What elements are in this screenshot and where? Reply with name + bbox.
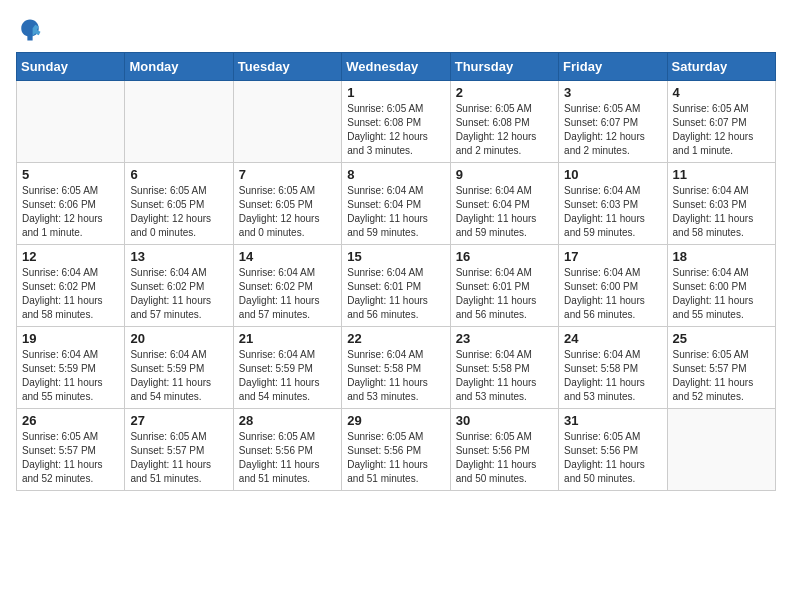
day-number: 8 bbox=[347, 167, 444, 182]
calendar-cell: 14Sunrise: 6:04 AM Sunset: 6:02 PM Dayli… bbox=[233, 245, 341, 327]
day-number: 18 bbox=[673, 249, 770, 264]
day-number: 25 bbox=[673, 331, 770, 346]
calendar-cell: 25Sunrise: 6:05 AM Sunset: 5:57 PM Dayli… bbox=[667, 327, 775, 409]
day-number: 4 bbox=[673, 85, 770, 100]
day-number: 22 bbox=[347, 331, 444, 346]
day-info: Sunrise: 6:05 AM Sunset: 5:57 PM Dayligh… bbox=[22, 430, 119, 486]
calendar-cell: 12Sunrise: 6:04 AM Sunset: 6:02 PM Dayli… bbox=[17, 245, 125, 327]
day-number: 7 bbox=[239, 167, 336, 182]
day-info: Sunrise: 6:04 AM Sunset: 6:03 PM Dayligh… bbox=[673, 184, 770, 240]
day-info: Sunrise: 6:05 AM Sunset: 6:06 PM Dayligh… bbox=[22, 184, 119, 240]
calendar-cell: 6Sunrise: 6:05 AM Sunset: 6:05 PM Daylig… bbox=[125, 163, 233, 245]
day-info: Sunrise: 6:04 AM Sunset: 6:04 PM Dayligh… bbox=[347, 184, 444, 240]
day-number: 12 bbox=[22, 249, 119, 264]
calendar-cell: 3Sunrise: 6:05 AM Sunset: 6:07 PM Daylig… bbox=[559, 81, 667, 163]
day-info: Sunrise: 6:05 AM Sunset: 6:07 PM Dayligh… bbox=[564, 102, 661, 158]
calendar-cell: 19Sunrise: 6:04 AM Sunset: 5:59 PM Dayli… bbox=[17, 327, 125, 409]
calendar-cell: 21Sunrise: 6:04 AM Sunset: 5:59 PM Dayli… bbox=[233, 327, 341, 409]
calendar-cell: 10Sunrise: 6:04 AM Sunset: 6:03 PM Dayli… bbox=[559, 163, 667, 245]
calendar-cell bbox=[125, 81, 233, 163]
calendar-cell: 8Sunrise: 6:04 AM Sunset: 6:04 PM Daylig… bbox=[342, 163, 450, 245]
day-info: Sunrise: 6:05 AM Sunset: 5:56 PM Dayligh… bbox=[239, 430, 336, 486]
calendar-cell: 30Sunrise: 6:05 AM Sunset: 5:56 PM Dayli… bbox=[450, 409, 558, 491]
calendar-cell: 4Sunrise: 6:05 AM Sunset: 6:07 PM Daylig… bbox=[667, 81, 775, 163]
day-info: Sunrise: 6:04 AM Sunset: 6:02 PM Dayligh… bbox=[239, 266, 336, 322]
day-info: Sunrise: 6:04 AM Sunset: 6:02 PM Dayligh… bbox=[22, 266, 119, 322]
day-number: 31 bbox=[564, 413, 661, 428]
calendar-cell: 23Sunrise: 6:04 AM Sunset: 5:58 PM Dayli… bbox=[450, 327, 558, 409]
day-info: Sunrise: 6:04 AM Sunset: 5:59 PM Dayligh… bbox=[22, 348, 119, 404]
calendar-cell: 11Sunrise: 6:04 AM Sunset: 6:03 PM Dayli… bbox=[667, 163, 775, 245]
day-info: Sunrise: 6:05 AM Sunset: 6:08 PM Dayligh… bbox=[347, 102, 444, 158]
calendar-header-tuesday: Tuesday bbox=[233, 53, 341, 81]
calendar-cell: 29Sunrise: 6:05 AM Sunset: 5:56 PM Dayli… bbox=[342, 409, 450, 491]
day-info: Sunrise: 6:04 AM Sunset: 6:01 PM Dayligh… bbox=[347, 266, 444, 322]
calendar-cell: 31Sunrise: 6:05 AM Sunset: 5:56 PM Dayli… bbox=[559, 409, 667, 491]
day-info: Sunrise: 6:05 AM Sunset: 6:05 PM Dayligh… bbox=[239, 184, 336, 240]
day-info: Sunrise: 6:05 AM Sunset: 5:56 PM Dayligh… bbox=[347, 430, 444, 486]
day-number: 19 bbox=[22, 331, 119, 346]
calendar-week-5: 26Sunrise: 6:05 AM Sunset: 5:57 PM Dayli… bbox=[17, 409, 776, 491]
calendar-cell: 18Sunrise: 6:04 AM Sunset: 6:00 PM Dayli… bbox=[667, 245, 775, 327]
calendar-cell: 20Sunrise: 6:04 AM Sunset: 5:59 PM Dayli… bbox=[125, 327, 233, 409]
calendar-header-sunday: Sunday bbox=[17, 53, 125, 81]
day-info: Sunrise: 6:05 AM Sunset: 6:07 PM Dayligh… bbox=[673, 102, 770, 158]
calendar-cell: 22Sunrise: 6:04 AM Sunset: 5:58 PM Dayli… bbox=[342, 327, 450, 409]
calendar-header-saturday: Saturday bbox=[667, 53, 775, 81]
day-number: 20 bbox=[130, 331, 227, 346]
calendar-cell: 27Sunrise: 6:05 AM Sunset: 5:57 PM Dayli… bbox=[125, 409, 233, 491]
day-info: Sunrise: 6:04 AM Sunset: 5:58 PM Dayligh… bbox=[456, 348, 553, 404]
day-info: Sunrise: 6:04 AM Sunset: 6:03 PM Dayligh… bbox=[564, 184, 661, 240]
calendar-cell: 16Sunrise: 6:04 AM Sunset: 6:01 PM Dayli… bbox=[450, 245, 558, 327]
calendar-week-3: 12Sunrise: 6:04 AM Sunset: 6:02 PM Dayli… bbox=[17, 245, 776, 327]
day-info: Sunrise: 6:05 AM Sunset: 5:56 PM Dayligh… bbox=[564, 430, 661, 486]
day-number: 26 bbox=[22, 413, 119, 428]
calendar-cell bbox=[233, 81, 341, 163]
calendar-week-2: 5Sunrise: 6:05 AM Sunset: 6:06 PM Daylig… bbox=[17, 163, 776, 245]
calendar-cell bbox=[667, 409, 775, 491]
day-number: 16 bbox=[456, 249, 553, 264]
logo bbox=[16, 16, 48, 44]
day-info: Sunrise: 6:05 AM Sunset: 6:05 PM Dayligh… bbox=[130, 184, 227, 240]
day-number: 3 bbox=[564, 85, 661, 100]
calendar-cell: 13Sunrise: 6:04 AM Sunset: 6:02 PM Dayli… bbox=[125, 245, 233, 327]
calendar-header-thursday: Thursday bbox=[450, 53, 558, 81]
calendar-header-wednesday: Wednesday bbox=[342, 53, 450, 81]
day-number: 2 bbox=[456, 85, 553, 100]
calendar-cell: 26Sunrise: 6:05 AM Sunset: 5:57 PM Dayli… bbox=[17, 409, 125, 491]
calendar-week-1: 1Sunrise: 6:05 AM Sunset: 6:08 PM Daylig… bbox=[17, 81, 776, 163]
day-info: Sunrise: 6:04 AM Sunset: 6:04 PM Dayligh… bbox=[456, 184, 553, 240]
day-info: Sunrise: 6:04 AM Sunset: 5:59 PM Dayligh… bbox=[130, 348, 227, 404]
day-info: Sunrise: 6:04 AM Sunset: 5:58 PM Dayligh… bbox=[347, 348, 444, 404]
day-number: 1 bbox=[347, 85, 444, 100]
day-number: 24 bbox=[564, 331, 661, 346]
day-info: Sunrise: 6:04 AM Sunset: 6:00 PM Dayligh… bbox=[673, 266, 770, 322]
day-info: Sunrise: 6:04 AM Sunset: 6:02 PM Dayligh… bbox=[130, 266, 227, 322]
day-info: Sunrise: 6:04 AM Sunset: 5:59 PM Dayligh… bbox=[239, 348, 336, 404]
day-number: 23 bbox=[456, 331, 553, 346]
calendar-cell: 17Sunrise: 6:04 AM Sunset: 6:00 PM Dayli… bbox=[559, 245, 667, 327]
calendar-cell: 28Sunrise: 6:05 AM Sunset: 5:56 PM Dayli… bbox=[233, 409, 341, 491]
calendar-cell: 5Sunrise: 6:05 AM Sunset: 6:06 PM Daylig… bbox=[17, 163, 125, 245]
day-number: 21 bbox=[239, 331, 336, 346]
calendar-header-friday: Friday bbox=[559, 53, 667, 81]
day-info: Sunrise: 6:04 AM Sunset: 6:01 PM Dayligh… bbox=[456, 266, 553, 322]
calendar-header-monday: Monday bbox=[125, 53, 233, 81]
calendar-cell bbox=[17, 81, 125, 163]
day-info: Sunrise: 6:05 AM Sunset: 5:56 PM Dayligh… bbox=[456, 430, 553, 486]
day-number: 10 bbox=[564, 167, 661, 182]
calendar-cell: 9Sunrise: 6:04 AM Sunset: 6:04 PM Daylig… bbox=[450, 163, 558, 245]
day-number: 17 bbox=[564, 249, 661, 264]
day-number: 28 bbox=[239, 413, 336, 428]
calendar-cell: 24Sunrise: 6:04 AM Sunset: 5:58 PM Dayli… bbox=[559, 327, 667, 409]
day-number: 27 bbox=[130, 413, 227, 428]
day-number: 13 bbox=[130, 249, 227, 264]
day-info: Sunrise: 6:04 AM Sunset: 5:58 PM Dayligh… bbox=[564, 348, 661, 404]
day-number: 14 bbox=[239, 249, 336, 264]
calendar-week-4: 19Sunrise: 6:04 AM Sunset: 5:59 PM Dayli… bbox=[17, 327, 776, 409]
day-number: 15 bbox=[347, 249, 444, 264]
calendar-cell: 2Sunrise: 6:05 AM Sunset: 6:08 PM Daylig… bbox=[450, 81, 558, 163]
day-number: 9 bbox=[456, 167, 553, 182]
day-info: Sunrise: 6:05 AM Sunset: 6:08 PM Dayligh… bbox=[456, 102, 553, 158]
header bbox=[16, 16, 776, 44]
